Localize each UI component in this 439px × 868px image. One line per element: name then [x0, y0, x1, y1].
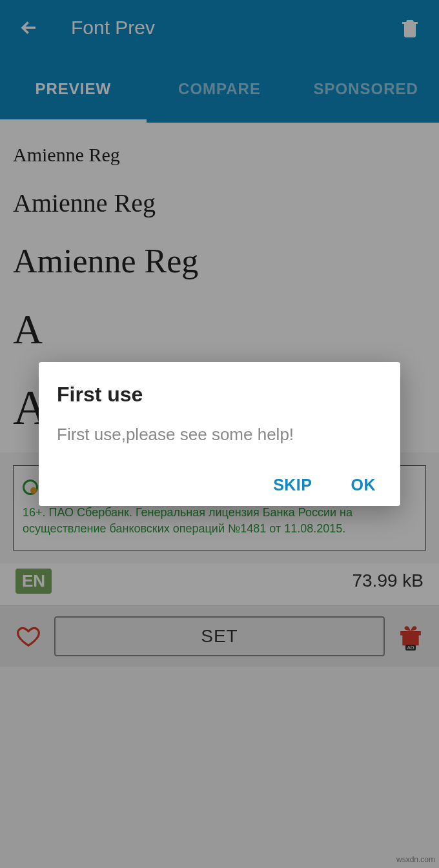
dialog-actions: SKIP OK	[57, 476, 382, 494]
dialog-scrim[interactable]: First use First use,please see some help…	[0, 0, 439, 868]
first-use-dialog: First use First use,please see some help…	[39, 362, 400, 506]
skip-button[interactable]: SKIP	[273, 476, 312, 494]
dialog-title: First use	[57, 383, 382, 407]
ok-button[interactable]: OK	[351, 476, 376, 494]
dialog-body: First use,please see some help!	[57, 425, 382, 445]
